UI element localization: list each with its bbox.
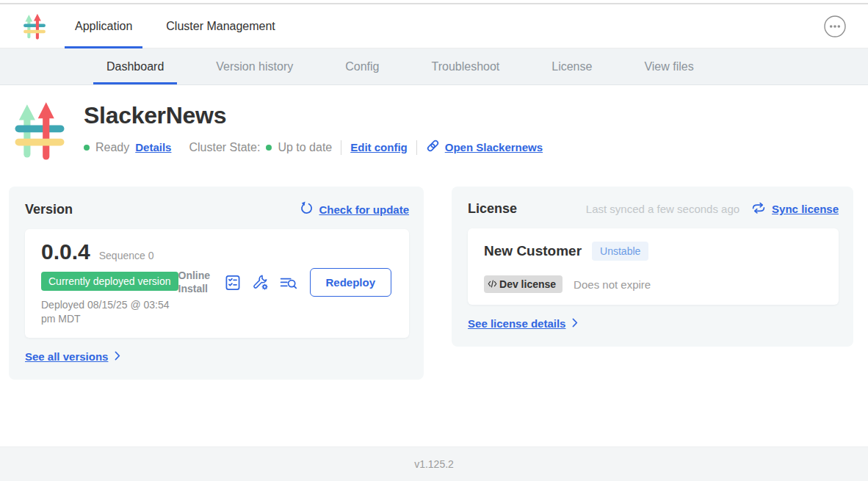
check-for-update-link[interactable]: Check for update bbox=[300, 201, 410, 217]
view-config-button[interactable] bbox=[252, 274, 269, 291]
deployed-timestamp: Deployed 08/15/25 @ 03:54 pm MDT bbox=[41, 298, 178, 326]
last-synced-label: Last synced a few seconds ago bbox=[586, 203, 739, 215]
app-status-dot bbox=[84, 145, 90, 151]
license-panel: New Customer Unstable Dev license bbox=[468, 228, 839, 305]
version-card-header: Version Check for update bbox=[25, 201, 409, 217]
view-logs-button[interactable] bbox=[280, 275, 297, 290]
code-brackets-icon bbox=[488, 278, 497, 290]
license-type-label: Dev license bbox=[499, 278, 556, 290]
page-title: SlackerNews bbox=[84, 102, 543, 129]
see-license-details-link[interactable]: See license details bbox=[468, 317, 578, 330]
sequence-label: Sequence 0 bbox=[99, 250, 154, 261]
install-type-label: Online Install bbox=[178, 270, 214, 295]
license-type-badge: Dev license bbox=[484, 275, 563, 293]
license-meta-row: Dev license Does not expire bbox=[484, 275, 822, 293]
console-version: v1.125.2 bbox=[414, 458, 454, 470]
chevron-right-icon bbox=[115, 350, 120, 363]
footer: v1.125.2 bbox=[0, 446, 868, 481]
app-status-label: Ready bbox=[95, 141, 129, 154]
license-card: License Last synced a few seconds ago Sy… bbox=[452, 187, 853, 347]
subnav-version-history[interactable]: Version history bbox=[203, 48, 306, 84]
version-card-title: Version bbox=[25, 202, 73, 217]
open-app-link[interactable]: Open Slackernews bbox=[426, 139, 543, 156]
channel-badge: Unstable bbox=[592, 242, 648, 261]
version-details: 0.0.4 Sequence 0 Currently deployed vers… bbox=[41, 239, 178, 326]
see-all-versions-label: See all versions bbox=[25, 350, 108, 363]
see-license-details-label: See license details bbox=[468, 317, 565, 330]
license-expiry: Does not expire bbox=[574, 278, 651, 291]
current-version-panel: 0.0.4 Sequence 0 Currently deployed vers… bbox=[25, 229, 409, 338]
subnav-dashboard[interactable]: Dashboard bbox=[93, 48, 177, 84]
log-search-icon bbox=[280, 281, 297, 292]
wrench-gear-icon bbox=[252, 282, 269, 293]
overflow-menu-button[interactable] bbox=[822, 14, 847, 39]
status-divider bbox=[341, 140, 341, 155]
subnav-license[interactable]: License bbox=[538, 48, 605, 84]
version-actions: Online Install bbox=[178, 268, 394, 297]
customer-name: New Customer bbox=[484, 243, 582, 259]
main-content: SlackerNews Ready Details Cluster State:… bbox=[0, 85, 868, 446]
topbar-spacer bbox=[299, 4, 822, 48]
open-app-link-label: Open Slackernews bbox=[445, 141, 543, 153]
dashboard-cards: Version Check for update bbox=[9, 187, 853, 380]
top-navbar: Application Cluster Management bbox=[0, 4, 868, 48]
license-card-title: License bbox=[468, 201, 517, 217]
cluster-state-value: Up to date bbox=[278, 141, 332, 154]
refresh-icon bbox=[300, 201, 314, 217]
cluster-state-label: Cluster State: bbox=[189, 141, 260, 154]
sync-arrows-icon bbox=[751, 202, 766, 217]
license-card-header: License Last synced a few seconds ago Sy… bbox=[468, 201, 839, 217]
chain-link-icon bbox=[426, 139, 440, 156]
tab-cluster-management[interactable]: Cluster Management bbox=[156, 4, 286, 48]
version-card: Version Check for update bbox=[9, 187, 424, 380]
app-info: SlackerNews Ready Details Cluster State:… bbox=[84, 99, 543, 156]
app-logo-large-icon bbox=[12, 99, 68, 162]
status-divider bbox=[416, 140, 417, 155]
top-tabs: Application Cluster Management bbox=[65, 4, 299, 48]
ellipsis-circle-icon bbox=[823, 29, 847, 40]
sync-license-label: Sync license bbox=[772, 203, 839, 215]
see-all-versions-link[interactable]: See all versions bbox=[25, 350, 120, 363]
redeploy-button[interactable]: Redeploy bbox=[310, 268, 392, 297]
app-header: SlackerNews Ready Details Cluster State:… bbox=[9, 99, 853, 162]
preflight-checks-button[interactable] bbox=[225, 275, 241, 291]
sync-license-link[interactable]: Sync license bbox=[751, 202, 839, 217]
app-status-row: Ready Details Cluster State: Up to date … bbox=[84, 139, 543, 156]
edit-config-link[interactable]: Edit config bbox=[350, 141, 408, 153]
version-number: 0.0.4 bbox=[41, 239, 90, 264]
app-logo-icon bbox=[22, 12, 47, 40]
deployed-version-badge: Currently deployed version bbox=[41, 272, 178, 291]
subnav-troubleshoot[interactable]: Troubleshoot bbox=[418, 48, 513, 84]
subnav-view-files[interactable]: View files bbox=[631, 48, 706, 84]
checklist-icon bbox=[225, 282, 241, 293]
app-subnav: Dashboard Version history Config Trouble… bbox=[0, 48, 868, 85]
customer-row: New Customer Unstable bbox=[484, 242, 822, 261]
status-details-link[interactable]: Details bbox=[135, 141, 171, 153]
chevron-right-icon bbox=[572, 317, 578, 330]
subnav-config[interactable]: Config bbox=[332, 48, 392, 84]
check-for-update-label: Check for update bbox=[319, 203, 410, 216]
tab-application[interactable]: Application bbox=[65, 4, 142, 48]
cluster-state-dot bbox=[266, 145, 272, 151]
